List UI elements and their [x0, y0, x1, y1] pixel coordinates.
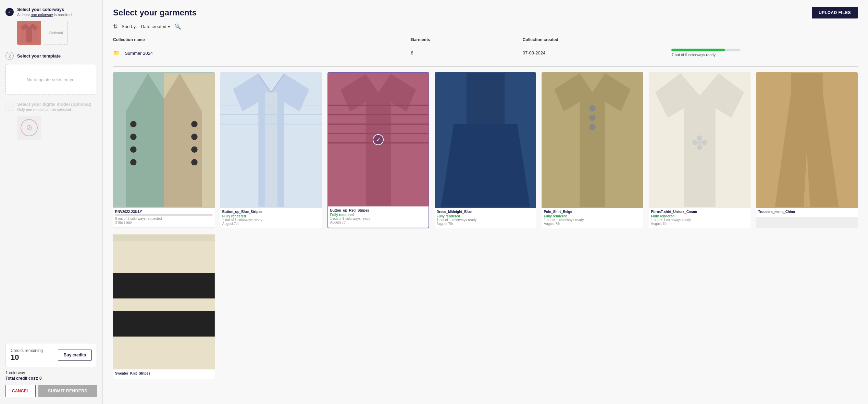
collection-name-cell: 📁 Summer 2024: [113, 45, 411, 61]
garment-status-polo: Fully rendered: [544, 214, 641, 218]
colorway-thumb-shirt[interactable]: [17, 21, 41, 45]
credits-section: Credits remaining 10 Buy credits 1 color…: [5, 343, 97, 397]
garment-meta-red: 1 out of 1 colorways ready: [330, 217, 426, 220]
step3-number: ☑: [5, 103, 14, 111]
garment-img-polo: [542, 72, 643, 208]
garment-img-sweater: [113, 234, 215, 369]
step2-number: 2: [5, 52, 14, 60]
svg-point-9: [130, 134, 137, 140]
garment-meta-polo: 1 out of 1 colorways ready: [544, 218, 641, 222]
svg-point-15: [191, 159, 198, 166]
garment-img-trousers: [756, 72, 858, 208]
collection-table: Collection name Garments Collection crea…: [113, 35, 858, 60]
collection-date-cell: 07-08-2024: [523, 45, 672, 61]
svg-rect-43: [791, 73, 823, 92]
garment-info-trousers: Trousers_mens_Chino: [756, 208, 858, 217]
garment-date-red: August 7th: [330, 220, 426, 224]
svg-point-12: [191, 121, 198, 127]
garment-name-polo: Polo_Shirt_Beige: [544, 210, 641, 214]
garment-info-blue: Button_up_Blue_Stripes Fully rendered 1 …: [220, 208, 322, 228]
collection-name: Summer 2024: [125, 51, 153, 56]
step2-title: Select your template: [17, 53, 61, 59]
no-model-icon: ⊘: [21, 119, 38, 136]
garment-card-trousers[interactable]: Trousers_mens_Chino: [756, 72, 858, 228]
step2-header: 2 Select your template: [5, 52, 97, 60]
col-collection-name: Collection name: [113, 35, 411, 45]
model-thumb[interactable]: ⊘: [17, 116, 41, 140]
svg-point-8: [130, 121, 137, 127]
col-garments: Garments: [411, 35, 523, 45]
garment-card-blue-shirt[interactable]: Button_up_Blue_Stripes Fully rendered 1 …: [220, 72, 322, 228]
step3-subtitle: Only one model can be selected: [17, 108, 91, 112]
garment-date-polo: August 7th: [544, 222, 641, 226]
garment-card-tshirt[interactable]: ✤ PttrnsT-shirt_Unisex_Cream Fully rende…: [649, 72, 751, 228]
garment-img-rnv: [113, 72, 215, 208]
garment-img-blue: [220, 72, 322, 208]
garments-grid: RNV2022-236-LY 0 out of 2 colorways requ…: [113, 72, 858, 379]
garment-card-sweater[interactable]: Sweater_Knit_Stripes: [113, 234, 215, 379]
garment-card-red-shirt[interactable]: ✓ Button_up_Red_Stripes Fully rendered 1…: [327, 72, 429, 228]
garment-name-blue: Button_up_Blue_Stripes: [222, 210, 320, 214]
progress-label: 7 out of 9 colorways ready: [671, 53, 858, 57]
credits-label: Credits remaining: [11, 348, 43, 353]
sort-bar: ⇅ Sort by: Date created ▾ 🔍: [103, 23, 868, 35]
colorway-count: 1 colorway: [5, 370, 97, 375]
garment-info-dress: Dress_Midnight_Blue Fully rendered 1 out…: [435, 208, 536, 228]
garment-status-blue: Fully rendered: [222, 214, 320, 218]
col-progress: [671, 35, 858, 45]
step3-header: ☑ Select your digital model (optional) O…: [5, 102, 97, 112]
garment-card-rnv[interactable]: RNV2022-236-LY 0 out of 2 colorways requ…: [113, 72, 215, 228]
garment-name-red: Button_up_Red_Stripes: [330, 209, 426, 212]
sort-label: Sort by: Date created ▾: [122, 24, 170, 29]
collection-row[interactable]: 📁 Summer 2024 8 07-08-2024 7 out of 9 co…: [113, 45, 858, 61]
garment-meta-rnv: 0 out of 2 colorways requested: [115, 217, 213, 220]
polo-svg: [542, 72, 643, 208]
buy-credits-button[interactable]: Buy credits: [58, 350, 92, 361]
garment-meta-dress: 1 out of 1 colorways ready: [437, 218, 534, 222]
svg-rect-45: [113, 273, 215, 298]
search-icon[interactable]: 🔍: [174, 23, 181, 30]
content-area: Collection name Garments Collection crea…: [103, 35, 868, 404]
trousers-svg: [756, 72, 858, 208]
sort-icon: ⇅: [113, 23, 117, 30]
svg-rect-32: [466, 73, 504, 124]
check-circle-icon: ✓: [373, 134, 384, 145]
garment-date-rnv: 3 days ago: [115, 220, 213, 224]
progress-bar: [671, 49, 740, 51]
garment-count-cell: 8: [411, 45, 523, 61]
svg-text:✤: ✤: [692, 132, 708, 154]
left-panel: ✓ Select your colorways At least one col…: [0, 0, 103, 404]
garment-img-tshirt: ✤: [649, 72, 751, 208]
col-collection-created: Collection created: [523, 35, 672, 45]
svg-point-38: [590, 124, 596, 131]
svg-rect-46: [113, 311, 215, 337]
optional-label: Optional: [49, 31, 63, 35]
right-panel: Select your garments UPLOAD FILES ⇅ Sort…: [103, 0, 868, 404]
submit-renders-button[interactable]: SUBMIT RENDERS: [38, 385, 97, 397]
garment-name-trousers: Trousers_mens_Chino: [758, 210, 856, 214]
step2-section: 2 Select your template No template selec…: [5, 52, 97, 95]
garment-status-dress: Fully rendered: [437, 214, 534, 218]
bottom-buttons: CANCEL SUBMIT RENDERS: [5, 385, 97, 397]
selected-overlay: ✓: [328, 73, 429, 206]
garment-name-rnv: RNV2022-236-LY: [115, 210, 213, 214]
garment-card-dress[interactable]: Dress_Midnight_Blue Fully rendered 1 out…: [435, 72, 536, 228]
divider: [113, 66, 858, 67]
no-template-text: No template selected yet: [27, 77, 76, 82]
svg-point-36: [590, 105, 596, 112]
optional-box[interactable]: Optional: [44, 21, 68, 45]
table-header-row: Collection name Garments Collection crea…: [113, 35, 858, 45]
svg-rect-44: [113, 235, 215, 368]
sort-chevron-icon: ▾: [168, 24, 170, 29]
upload-files-button[interactable]: UPLOAD FILES: [812, 7, 858, 18]
garment-date-dress: August 7th: [437, 222, 534, 226]
step1-title: Select your colorways: [17, 7, 72, 12]
blue-shirt-svg: [220, 72, 322, 208]
progress-cell: 7 out of 9 colorways ready: [671, 45, 858, 61]
cancel-button[interactable]: CANCEL: [5, 385, 36, 397]
template-box[interactable]: No template selected yet: [5, 64, 97, 95]
garment-card-polo[interactable]: Polo_Shirt_Beige Fully rendered 1 out of…: [542, 72, 643, 228]
model-section: ⊘: [5, 116, 97, 140]
credits-box: Credits remaining 10 Buy credits: [5, 343, 97, 367]
garment-name-dress: Dress_Midnight_Blue: [437, 210, 534, 214]
